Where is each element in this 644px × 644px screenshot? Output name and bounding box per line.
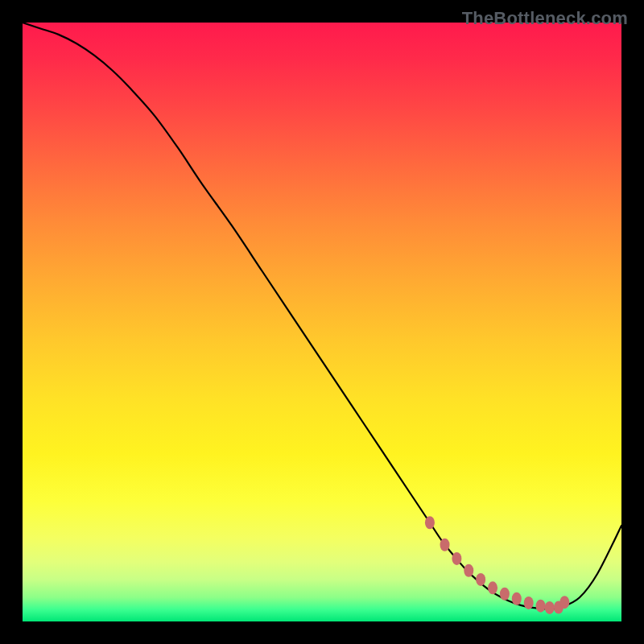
highlight-dot bbox=[488, 581, 497, 594]
highlight-dot bbox=[464, 564, 473, 577]
highlight-dot bbox=[476, 573, 485, 586]
highlight-dot bbox=[524, 597, 534, 609]
highlight-dot bbox=[452, 552, 461, 565]
highlight-dot bbox=[559, 596, 569, 609]
highlight-dot bbox=[425, 516, 435, 529]
highlight-dot bbox=[440, 539, 450, 551]
highlight-dot bbox=[500, 588, 510, 601]
highlight-dots bbox=[425, 516, 569, 614]
highlight-dot bbox=[512, 592, 522, 605]
plot-area bbox=[23, 23, 621, 621]
bottleneck-curve bbox=[23, 23, 621, 609]
watermark-text: TheBottleneck.com bbox=[462, 8, 628, 29]
chart-frame: TheBottleneck.com bbox=[0, 0, 644, 644]
highlight-dot bbox=[545, 601, 555, 614]
chart-svg bbox=[23, 23, 621, 621]
highlight-dot bbox=[536, 600, 546, 613]
